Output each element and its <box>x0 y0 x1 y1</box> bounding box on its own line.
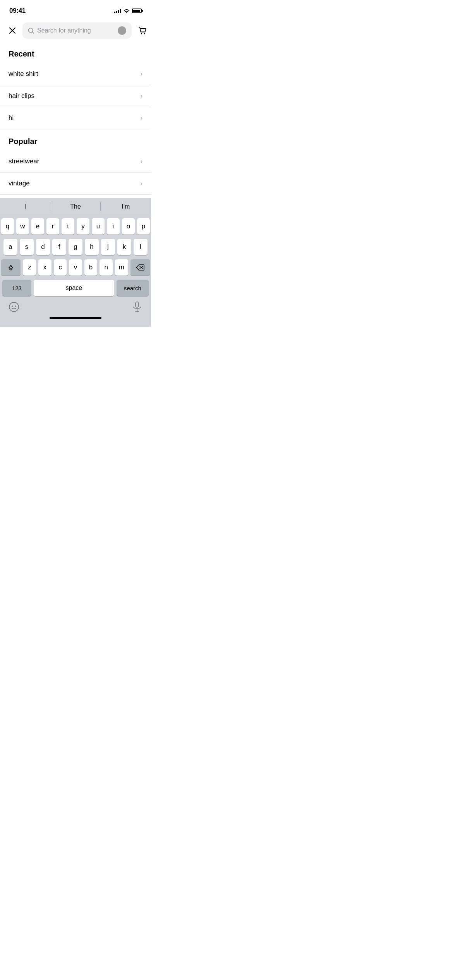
item-label: hi <box>9 114 14 122</box>
key-a[interactable]: a <box>3 239 17 255</box>
battery-icon <box>132 9 142 13</box>
key-row-bottom: 123 space search <box>1 280 150 296</box>
signal-icon <box>114 9 121 13</box>
key-f[interactable]: f <box>52 239 66 255</box>
keyboard: I The I'm q w e r t y u i o p a s d f <box>0 198 151 327</box>
shift-key[interactable] <box>1 259 21 276</box>
chevron-right-icon: › <box>141 180 142 187</box>
key-t[interactable]: t <box>62 218 74 235</box>
recent-item-white-shirt[interactable]: white shirt › <box>0 63 151 85</box>
popular-section-title: Popular <box>0 135 151 151</box>
key-row-1: q w e r t y u i o p <box>1 218 150 235</box>
keyboard-rows: q w e r t y u i o p a s d f g h j k l <box>0 215 151 296</box>
svg-point-5 <box>144 33 145 34</box>
key-o[interactable]: o <box>122 218 135 235</box>
chevron-right-icon: › <box>141 93 142 99</box>
key-z[interactable]: z <box>23 259 36 276</box>
chevron-right-icon: › <box>141 115 142 122</box>
key-r[interactable]: r <box>46 218 59 235</box>
status-bar: 09:41 <box>0 0 151 19</box>
recent-section-title: Recent <box>0 48 151 63</box>
numbers-key[interactable]: 123 <box>2 280 31 296</box>
space-key[interactable]: space <box>34 280 114 296</box>
recent-item-hair-clips[interactable]: hair clips › <box>0 85 151 107</box>
key-p[interactable]: p <box>137 218 150 235</box>
key-c[interactable]: c <box>54 259 67 276</box>
item-label: white shirt <box>9 70 38 78</box>
key-v[interactable]: v <box>69 259 82 276</box>
key-h[interactable]: h <box>85 239 99 255</box>
status-time: 09:41 <box>9 7 26 15</box>
key-l[interactable]: l <box>134 239 148 255</box>
mic-key[interactable] <box>129 299 145 315</box>
status-icons <box>114 9 142 13</box>
key-q[interactable]: q <box>1 218 14 235</box>
popular-item-vintage[interactable]: vintage › <box>0 173 151 195</box>
key-k[interactable]: k <box>117 239 131 255</box>
key-w[interactable]: w <box>16 218 29 235</box>
key-e[interactable]: e <box>31 218 44 235</box>
wifi-icon <box>124 9 130 13</box>
item-label: vintage <box>9 180 30 187</box>
suggestion-im[interactable]: I'm <box>101 198 151 215</box>
svg-rect-12 <box>136 302 139 307</box>
cursor-indicator <box>118 26 126 35</box>
key-s[interactable]: s <box>20 239 34 255</box>
search-input[interactable] <box>37 27 115 34</box>
item-label: streetwear <box>9 158 39 165</box>
svg-point-10 <box>12 306 13 307</box>
search-bar[interactable] <box>22 22 132 39</box>
key-x[interactable]: x <box>38 259 51 276</box>
svg-point-4 <box>141 33 142 34</box>
svg-point-11 <box>15 306 16 307</box>
search-icon <box>28 27 34 34</box>
svg-rect-6 <box>10 268 12 270</box>
keyboard-bottom-bar <box>0 296 151 315</box>
search-key[interactable]: search <box>117 280 149 296</box>
svg-line-3 <box>32 32 34 33</box>
suggestion-the[interactable]: The <box>50 198 101 215</box>
delete-key[interactable] <box>130 259 150 276</box>
key-m[interactable]: m <box>115 259 128 276</box>
suggestion-i[interactable]: I <box>0 198 50 215</box>
close-button[interactable] <box>6 24 19 37</box>
key-b[interactable]: b <box>84 259 98 276</box>
key-row-3: z x c v b n m <box>1 259 150 276</box>
key-g[interactable]: g <box>69 239 82 255</box>
svg-point-9 <box>9 302 19 312</box>
key-d[interactable]: d <box>36 239 50 255</box>
header <box>0 19 151 42</box>
cart-button[interactable] <box>136 24 149 38</box>
keyboard-suggestions: I The I'm <box>0 198 151 215</box>
key-n[interactable]: n <box>100 259 113 276</box>
emoji-key[interactable] <box>6 299 22 315</box>
key-row-2: a s d f g h j k l <box>1 239 150 255</box>
popular-item-streetwear[interactable]: streetwear › <box>0 151 151 173</box>
item-label: hair clips <box>9 92 34 100</box>
home-indicator <box>50 317 101 319</box>
key-u[interactable]: u <box>92 218 105 235</box>
chevron-right-icon: › <box>141 158 142 165</box>
key-j[interactable]: j <box>101 239 115 255</box>
key-i[interactable]: i <box>107 218 120 235</box>
key-y[interactable]: y <box>77 218 89 235</box>
chevron-right-icon: › <box>141 70 142 77</box>
recent-item-hi[interactable]: hi › <box>0 107 151 129</box>
